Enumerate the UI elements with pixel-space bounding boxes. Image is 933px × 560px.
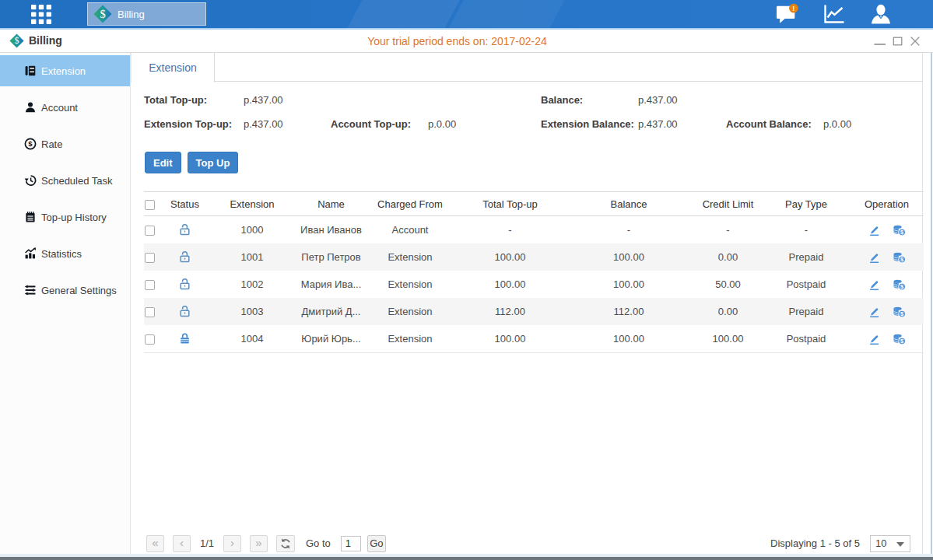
row-checkbox[interactable] (145, 280, 155, 290)
edit-button[interactable]: Edit (145, 152, 181, 173)
topup-coins-icon[interactable]: $ (893, 333, 906, 345)
sidebar-item-scheduled-task[interactable]: Scheduled Task (0, 165, 130, 196)
credit-limit-cell: 0.00 (693, 243, 763, 271)
sidebar-item-topup-history[interactable]: Top-up History (0, 201, 130, 233)
row-checkbox[interactable] (145, 307, 155, 317)
billing-diamond-dollar-icon: $ (93, 5, 112, 23)
balance-cell: 100.00 (564, 243, 693, 271)
content-panel: Extension Total Top-up: p.437.00 Balance… (131, 53, 923, 554)
window-frame-right (931, 53, 932, 554)
sidebar-item-account[interactable]: Account (0, 92, 130, 123)
row-select-cell (144, 216, 163, 244)
column-header-total-topup[interactable]: Total Top-up (456, 192, 564, 216)
tab-label: Extension (149, 61, 196, 74)
status-lock-icon (178, 223, 191, 236)
go-button[interactable]: Go (367, 535, 386, 552)
column-header-credit-limit[interactable]: Credit Limit (693, 192, 763, 216)
status-lock-icon (178, 250, 191, 264)
billing-app-window: $ Billing ! (0, 0, 933, 560)
row-checkbox[interactable] (145, 226, 155, 236)
prev-page-button[interactable]: ‹ (173, 535, 191, 552)
sidebar-item-general-settings[interactable]: General Settings (0, 275, 130, 306)
charged-from-cell: Extension (364, 298, 456, 325)
sidebar-item-statistics[interactable]: Statistics (0, 238, 130, 269)
column-header-status[interactable]: Status (163, 192, 206, 216)
edit-pencil-icon[interactable] (868, 278, 881, 291)
next-page-button[interactable]: › (223, 535, 241, 552)
clock-history-icon (24, 174, 37, 187)
main-content: Extension Total Top-up: p.437.00 Balance… (131, 53, 933, 554)
topup-button[interactable]: Top Up (188, 152, 239, 173)
svg-text:!: ! (792, 5, 794, 12)
apps-grid-icon[interactable] (31, 5, 51, 24)
topbar-gradient-streak (443, 0, 569, 28)
page-size-dropdown[interactable]: 10 (870, 535, 910, 552)
extension-cell: 1001 (206, 243, 298, 271)
column-header-name[interactable]: Name (298, 192, 364, 216)
charged-from-cell: Extension (364, 243, 456, 271)
column-header-pay-type[interactable]: Pay Type (763, 192, 850, 216)
close-button[interactable] (910, 36, 921, 47)
table-row: 1000 Иван Иванов Account - - - - $ (144, 216, 924, 244)
column-header-operation[interactable]: Operation (850, 192, 924, 216)
edit-pencil-icon[interactable] (868, 306, 881, 318)
sidebar-item-extension[interactable]: Extension (0, 55, 130, 86)
column-header-charged-from[interactable]: Charged From (364, 192, 456, 216)
balance-cell: 112.00 (564, 298, 693, 325)
topup-coins-icon[interactable]: $ (893, 224, 906, 236)
row-checkbox[interactable] (145, 253, 155, 263)
edit-pencil-icon[interactable] (868, 251, 881, 264)
sidebar-item-label: Rate (41, 138, 62, 150)
pay-type-cell: Postpaid (763, 271, 850, 298)
balance-cell: - (564, 216, 693, 244)
select-all-cell (144, 192, 163, 216)
last-page-button[interactable]: » (250, 535, 268, 552)
maximize-button[interactable] (893, 36, 903, 47)
pay-type-cell: Prepaid (763, 243, 850, 271)
pagination-bar: « ‹ 1/1 › » Go to Go Displaying (146, 534, 922, 552)
desk-phone-icon (24, 65, 37, 77)
goto-page-input[interactable] (341, 536, 361, 551)
topup-coins-icon[interactable]: $ (893, 278, 906, 291)
row-checkbox[interactable] (145, 334, 155, 345)
topup-coins-icon[interactable]: $ (893, 251, 906, 264)
balance-cell: 100.00 (564, 325, 693, 353)
name-cell: Юрий Юрь... (298, 325, 364, 353)
edit-pencil-icon[interactable] (868, 333, 881, 345)
trial-notice: Your trial period ends on: 2017-02-24 (0, 35, 914, 47)
taskbar-item-billing[interactable]: $ Billing (87, 2, 206, 26)
user-icon[interactable] (869, 2, 893, 26)
column-header-extension[interactable]: Extension (206, 192, 298, 216)
chevron-down-icon (896, 542, 904, 547)
charged-from-cell: Extension (364, 271, 456, 298)
page-indicator: 1/1 (199, 537, 215, 549)
summary-value: p.437.00 (244, 94, 283, 106)
topup-coins-icon[interactable]: $ (893, 306, 906, 318)
refresh-button[interactable] (276, 535, 295, 552)
messages-icon[interactable]: ! (776, 2, 799, 26)
window-controls (874, 30, 921, 52)
summary-label: Total Top-up: (144, 94, 207, 106)
svg-text:$: $ (100, 8, 105, 20)
summary-value: p.437.00 (244, 118, 283, 130)
column-header-balance[interactable]: Balance (564, 192, 693, 216)
page-size-value: 10 (875, 537, 886, 549)
sidebar-item-rate[interactable]: $ Rate (0, 128, 130, 159)
sidebar-menu: Extension Account $ Rate Scheduled Task (0, 53, 131, 554)
pay-type-cell: Postpaid (763, 325, 850, 353)
tab-strip: Extension (131, 53, 923, 82)
status-lock-icon (178, 332, 191, 345)
sidebar-item-label: General Settings (41, 285, 117, 296)
operation-cell: $ (850, 216, 924, 244)
select-all-checkbox[interactable] (145, 200, 155, 210)
line-chart-icon[interactable] (823, 2, 846, 26)
edit-pencil-icon[interactable] (868, 224, 881, 236)
first-page-button[interactable]: « (146, 535, 164, 552)
table-row: 1003 Дмитрий Д... Extension 112.00 112.0… (144, 298, 924, 325)
credit-limit-cell: 100.00 (693, 325, 763, 353)
topbar-gradient-streak (342, 0, 464, 28)
sidebar-item-label: Account (41, 102, 78, 114)
window-frame-bottom (0, 557, 933, 560)
tab-extension[interactable]: Extension (131, 53, 215, 82)
minimize-button[interactable] (874, 36, 886, 47)
